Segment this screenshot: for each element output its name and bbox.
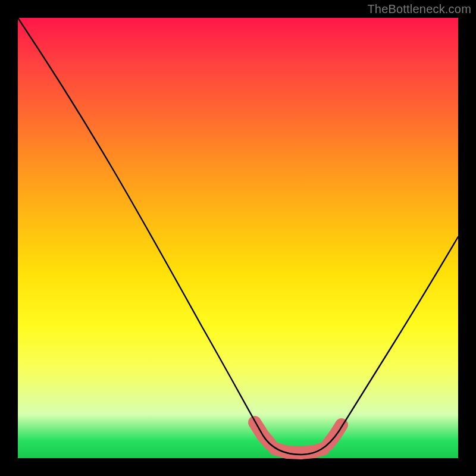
curve-svg: [18, 18, 458, 458]
plot-area: [18, 18, 458, 458]
outer-frame: TheBottleneck.com: [0, 0, 476, 476]
watermark-text: TheBottleneck.com: [367, 2, 471, 16]
bottleneck-curve: [18, 18, 458, 455]
